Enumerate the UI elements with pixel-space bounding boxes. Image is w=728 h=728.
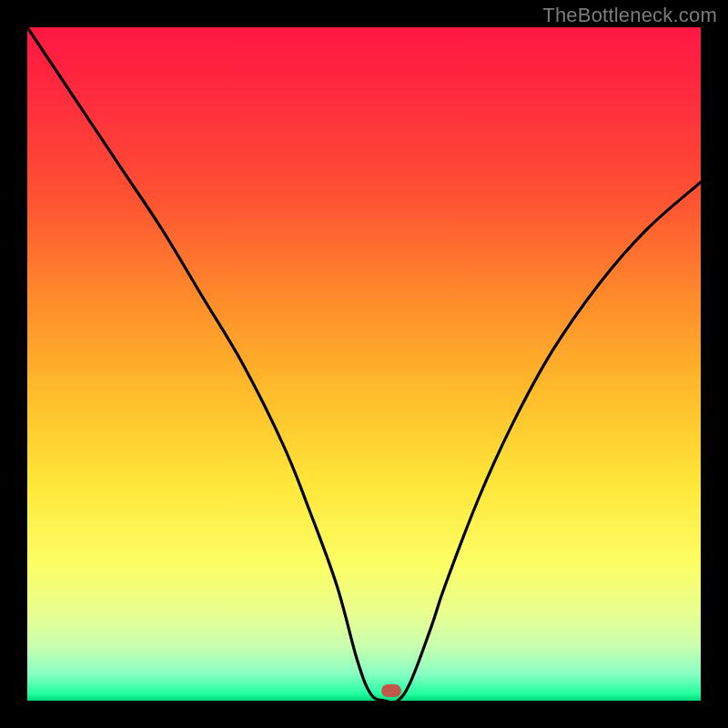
watermark-text: TheBottleneck.com [542, 4, 717, 27]
bottleneck-curve [27, 27, 701, 701]
curve-svg [27, 27, 701, 701]
plot-area [27, 27, 701, 701]
chart-frame: TheBottleneck.com [0, 0, 728, 728]
optimal-point-marker [381, 684, 401, 697]
